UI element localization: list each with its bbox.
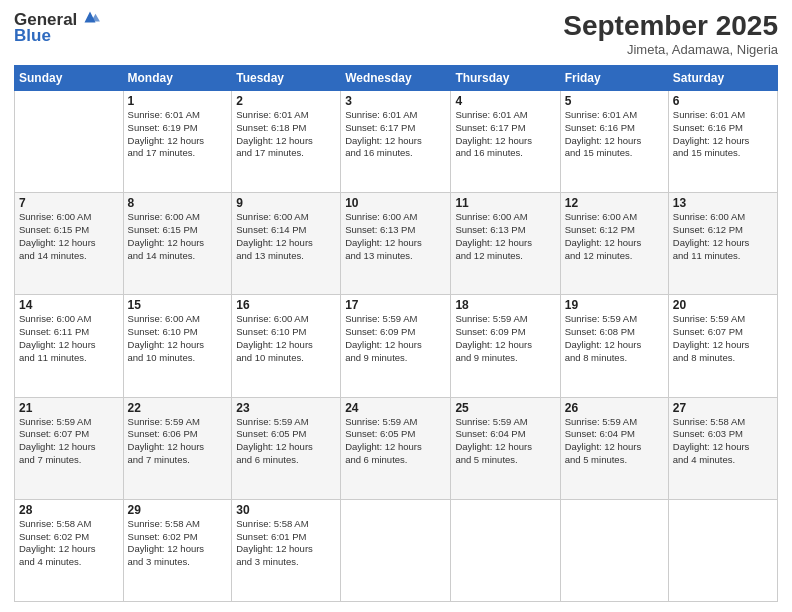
calendar-table: Sunday Monday Tuesday Wednesday Thursday… (14, 65, 778, 602)
calendar-cell: 12Sunrise: 6:00 AM Sunset: 6:12 PM Dayli… (560, 193, 668, 295)
day-info: Sunrise: 6:00 AM Sunset: 6:14 PM Dayligh… (236, 211, 336, 262)
day-number: 5 (565, 94, 664, 108)
day-info: Sunrise: 6:01 AM Sunset: 6:18 PM Dayligh… (236, 109, 336, 160)
day-info: Sunrise: 6:01 AM Sunset: 6:16 PM Dayligh… (565, 109, 664, 160)
day-number: 14 (19, 298, 119, 312)
day-info: Sunrise: 5:59 AM Sunset: 6:07 PM Dayligh… (673, 313, 773, 364)
week-row-3: 14Sunrise: 6:00 AM Sunset: 6:11 PM Dayli… (15, 295, 778, 397)
calendar-cell: 17Sunrise: 5:59 AM Sunset: 6:09 PM Dayli… (341, 295, 451, 397)
col-wednesday: Wednesday (341, 66, 451, 91)
week-row-4: 21Sunrise: 5:59 AM Sunset: 6:07 PM Dayli… (15, 397, 778, 499)
calendar-cell: 2Sunrise: 6:01 AM Sunset: 6:18 PM Daylig… (232, 91, 341, 193)
calendar-cell: 19Sunrise: 5:59 AM Sunset: 6:08 PM Dayli… (560, 295, 668, 397)
calendar-cell: 6Sunrise: 6:01 AM Sunset: 6:16 PM Daylig… (668, 91, 777, 193)
logo: General Blue (14, 10, 101, 46)
day-number: 9 (236, 196, 336, 210)
day-number: 10 (345, 196, 446, 210)
day-info: Sunrise: 5:59 AM Sunset: 6:09 PM Dayligh… (455, 313, 555, 364)
calendar-cell: 14Sunrise: 6:00 AM Sunset: 6:11 PM Dayli… (15, 295, 124, 397)
day-info: Sunrise: 5:59 AM Sunset: 6:08 PM Dayligh… (565, 313, 664, 364)
day-number: 16 (236, 298, 336, 312)
calendar-cell: 24Sunrise: 5:59 AM Sunset: 6:05 PM Dayli… (341, 397, 451, 499)
day-number: 11 (455, 196, 555, 210)
day-number: 18 (455, 298, 555, 312)
calendar-cell (668, 499, 777, 601)
day-number: 30 (236, 503, 336, 517)
day-info: Sunrise: 5:59 AM Sunset: 6:09 PM Dayligh… (345, 313, 446, 364)
day-info: Sunrise: 5:58 AM Sunset: 6:01 PM Dayligh… (236, 518, 336, 569)
day-info: Sunrise: 6:00 AM Sunset: 6:10 PM Dayligh… (128, 313, 228, 364)
day-info: Sunrise: 5:59 AM Sunset: 6:05 PM Dayligh… (345, 416, 446, 467)
day-info: Sunrise: 6:01 AM Sunset: 6:16 PM Dayligh… (673, 109, 773, 160)
calendar-cell: 3Sunrise: 6:01 AM Sunset: 6:17 PM Daylig… (341, 91, 451, 193)
week-row-5: 28Sunrise: 5:58 AM Sunset: 6:02 PM Dayli… (15, 499, 778, 601)
day-number: 4 (455, 94, 555, 108)
calendar-cell: 30Sunrise: 5:58 AM Sunset: 6:01 PM Dayli… (232, 499, 341, 601)
day-number: 19 (565, 298, 664, 312)
day-number: 25 (455, 401, 555, 415)
day-info: Sunrise: 5:59 AM Sunset: 6:04 PM Dayligh… (455, 416, 555, 467)
calendar-cell (341, 499, 451, 601)
calendar-cell: 4Sunrise: 6:01 AM Sunset: 6:17 PM Daylig… (451, 91, 560, 193)
day-info: Sunrise: 6:00 AM Sunset: 6:10 PM Dayligh… (236, 313, 336, 364)
location: Jimeta, Adamawa, Nigeria (563, 42, 778, 57)
day-number: 17 (345, 298, 446, 312)
title-block: September 2025 Jimeta, Adamawa, Nigeria (563, 10, 778, 57)
day-info: Sunrise: 5:59 AM Sunset: 6:04 PM Dayligh… (565, 416, 664, 467)
calendar-cell: 16Sunrise: 6:00 AM Sunset: 6:10 PM Dayli… (232, 295, 341, 397)
calendar-cell (451, 499, 560, 601)
day-number: 27 (673, 401, 773, 415)
calendar-cell: 20Sunrise: 5:59 AM Sunset: 6:07 PM Dayli… (668, 295, 777, 397)
calendar-cell: 8Sunrise: 6:00 AM Sunset: 6:15 PM Daylig… (123, 193, 232, 295)
day-number: 24 (345, 401, 446, 415)
day-number: 1 (128, 94, 228, 108)
day-info: Sunrise: 6:00 AM Sunset: 6:15 PM Dayligh… (19, 211, 119, 262)
calendar-cell: 29Sunrise: 5:58 AM Sunset: 6:02 PM Dayli… (123, 499, 232, 601)
day-number: 8 (128, 196, 228, 210)
calendar-cell: 11Sunrise: 6:00 AM Sunset: 6:13 PM Dayli… (451, 193, 560, 295)
calendar-cell: 21Sunrise: 5:59 AM Sunset: 6:07 PM Dayli… (15, 397, 124, 499)
col-thursday: Thursday (451, 66, 560, 91)
calendar-cell: 15Sunrise: 6:00 AM Sunset: 6:10 PM Dayli… (123, 295, 232, 397)
day-number: 13 (673, 196, 773, 210)
calendar-cell (560, 499, 668, 601)
day-info: Sunrise: 6:01 AM Sunset: 6:17 PM Dayligh… (455, 109, 555, 160)
day-info: Sunrise: 6:01 AM Sunset: 6:17 PM Dayligh… (345, 109, 446, 160)
calendar-cell: 1Sunrise: 6:01 AM Sunset: 6:19 PM Daylig… (123, 91, 232, 193)
header: General Blue September 2025 Jimeta, Adam… (14, 10, 778, 57)
calendar-cell: 26Sunrise: 5:59 AM Sunset: 6:04 PM Dayli… (560, 397, 668, 499)
calendar-cell: 23Sunrise: 5:59 AM Sunset: 6:05 PM Dayli… (232, 397, 341, 499)
logo-icon (79, 6, 101, 28)
calendar-cell: 28Sunrise: 5:58 AM Sunset: 6:02 PM Dayli… (15, 499, 124, 601)
col-monday: Monday (123, 66, 232, 91)
day-number: 22 (128, 401, 228, 415)
calendar-cell (15, 91, 124, 193)
calendar-cell: 13Sunrise: 6:00 AM Sunset: 6:12 PM Dayli… (668, 193, 777, 295)
week-row-2: 7Sunrise: 6:00 AM Sunset: 6:15 PM Daylig… (15, 193, 778, 295)
header-row: Sunday Monday Tuesday Wednesday Thursday… (15, 66, 778, 91)
week-row-1: 1Sunrise: 6:01 AM Sunset: 6:19 PM Daylig… (15, 91, 778, 193)
calendar-cell: 25Sunrise: 5:59 AM Sunset: 6:04 PM Dayli… (451, 397, 560, 499)
col-sunday: Sunday (15, 66, 124, 91)
day-info: Sunrise: 6:01 AM Sunset: 6:19 PM Dayligh… (128, 109, 228, 160)
day-number: 26 (565, 401, 664, 415)
day-info: Sunrise: 6:00 AM Sunset: 6:11 PM Dayligh… (19, 313, 119, 364)
day-info: Sunrise: 5:58 AM Sunset: 6:02 PM Dayligh… (19, 518, 119, 569)
day-number: 29 (128, 503, 228, 517)
day-number: 20 (673, 298, 773, 312)
day-info: Sunrise: 6:00 AM Sunset: 6:15 PM Dayligh… (128, 211, 228, 262)
day-info: Sunrise: 5:59 AM Sunset: 6:07 PM Dayligh… (19, 416, 119, 467)
col-saturday: Saturday (668, 66, 777, 91)
calendar-cell: 10Sunrise: 6:00 AM Sunset: 6:13 PM Dayli… (341, 193, 451, 295)
day-number: 23 (236, 401, 336, 415)
calendar-cell: 18Sunrise: 5:59 AM Sunset: 6:09 PM Dayli… (451, 295, 560, 397)
day-info: Sunrise: 6:00 AM Sunset: 6:12 PM Dayligh… (673, 211, 773, 262)
day-info: Sunrise: 5:58 AM Sunset: 6:03 PM Dayligh… (673, 416, 773, 467)
day-info: Sunrise: 6:00 AM Sunset: 6:12 PM Dayligh… (565, 211, 664, 262)
page: General Blue September 2025 Jimeta, Adam… (0, 0, 792, 612)
day-number: 3 (345, 94, 446, 108)
month-title: September 2025 (563, 10, 778, 42)
calendar-cell: 5Sunrise: 6:01 AM Sunset: 6:16 PM Daylig… (560, 91, 668, 193)
day-number: 2 (236, 94, 336, 108)
day-info: Sunrise: 6:00 AM Sunset: 6:13 PM Dayligh… (345, 211, 446, 262)
